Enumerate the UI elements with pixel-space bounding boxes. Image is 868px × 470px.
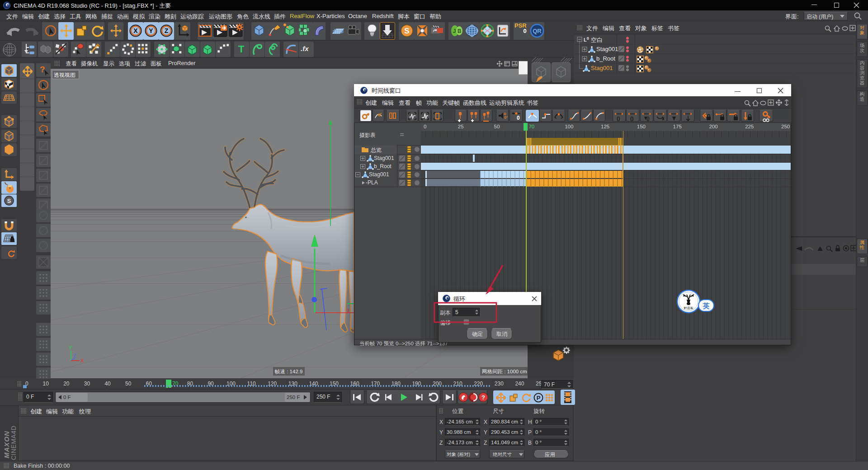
svg-text:P: P (537, 395, 541, 401)
svg-text:(): () (617, 116, 620, 121)
svg-text:S: S (7, 197, 11, 204)
svg-text:(): () (630, 116, 634, 121)
svg-text:Z: Z (73, 353, 76, 358)
svg-text:(): () (646, 116, 650, 121)
svg-text:Y: Y (69, 345, 72, 350)
svg-text:B: B (458, 28, 462, 34)
svg-text:野鹿客: 野鹿客 (684, 306, 693, 310)
svg-text:X: X (80, 358, 84, 363)
svg-text:0°: 0° (504, 115, 508, 120)
svg-text:Z: Z (165, 27, 169, 34)
svg-text:S: S (404, 27, 409, 35)
svg-text:X: X (133, 27, 138, 34)
svg-text:J: J (453, 28, 456, 34)
svg-text:QR: QR (533, 28, 542, 34)
svg-text:Y: Y (149, 27, 153, 34)
svg-text:?: ? (481, 394, 485, 401)
svg-text:英: 英 (703, 302, 710, 310)
svg-text:0: 0 (517, 115, 520, 120)
